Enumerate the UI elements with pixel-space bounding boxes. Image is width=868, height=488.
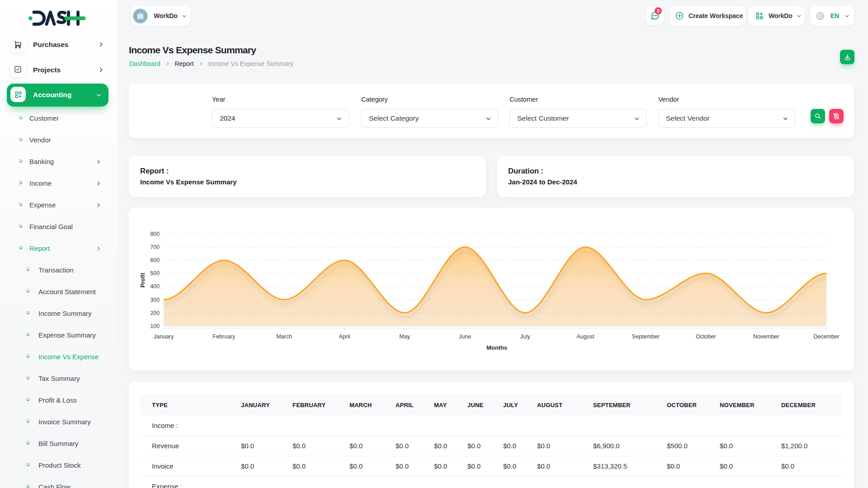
svg-text:March: March	[276, 333, 292, 340]
svg-text:100: 100	[150, 323, 160, 329]
svg-text:600: 600	[150, 257, 160, 263]
svg-text:June: June	[459, 333, 471, 340]
svg-text:December: December	[813, 333, 840, 340]
svg-text:April: April	[339, 333, 350, 340]
svg-text:Profit: Profit	[140, 272, 146, 287]
svg-text:400: 400	[150, 283, 160, 290]
svg-text:800: 800	[150, 231, 160, 237]
svg-text:February: February	[212, 333, 236, 340]
svg-text:May: May	[399, 333, 410, 340]
svg-text:October: October	[696, 333, 716, 340]
svg-text:July: July	[520, 333, 530, 340]
svg-text:300: 300	[150, 297, 160, 303]
svg-text:Months: Months	[486, 344, 507, 351]
svg-text:January: January	[154, 333, 174, 340]
svg-text:August: August	[576, 333, 594, 340]
svg-text:200: 200	[150, 310, 160, 316]
svg-text:500: 500	[150, 270, 160, 277]
svg-text:September: September	[632, 333, 660, 340]
svg-text:November: November	[753, 333, 779, 340]
svg-text:700: 700	[150, 244, 160, 250]
